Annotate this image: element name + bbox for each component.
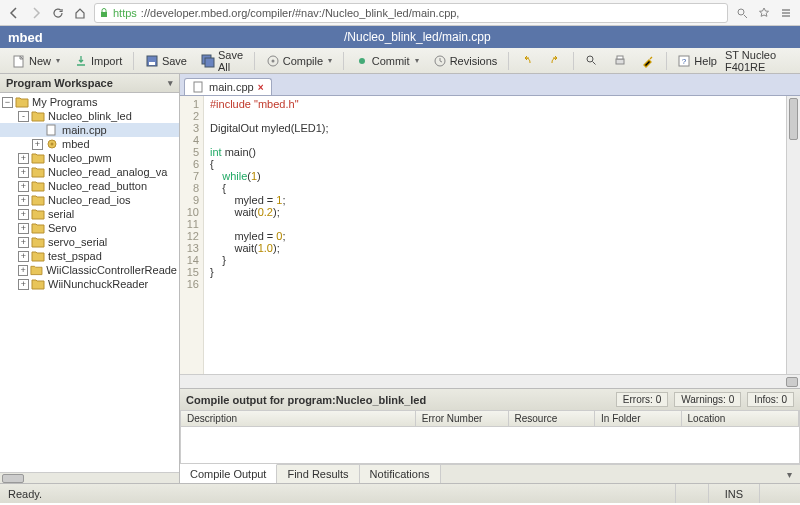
out-tab-1[interactable]: Find Results (277, 465, 359, 483)
editor-tabs: main.cpp × (180, 74, 800, 96)
tree-item-7[interactable]: +serial (0, 207, 179, 221)
status-ready: Ready. (8, 488, 42, 500)
star-icon[interactable] (756, 5, 772, 21)
tree-item-8[interactable]: +Servo (0, 221, 179, 235)
title-path: /Nucleo_blink_led/main.cpp (344, 30, 491, 44)
output-table: DescriptionError NumberResourceIn Folder… (180, 410, 800, 464)
editor-v-scrollbar[interactable] (786, 96, 800, 374)
panel-menu-icon[interactable]: ▾ (168, 78, 173, 88)
new-button[interactable]: New▾ (6, 52, 66, 70)
out-col-1[interactable]: Error Number (416, 411, 509, 426)
svg-point-1 (738, 9, 744, 15)
output-header: Compile output for program: Nucleo_blink… (180, 389, 800, 410)
code-content[interactable]: #include "mbed.h" DigitalOut myled(LED1)… (204, 96, 786, 374)
url-text: ://developer.mbed.org/compiler/#nav:/Nuc… (141, 7, 723, 19)
status-bar: Ready. INS (0, 483, 800, 503)
help-button[interactable]: ?Help (671, 52, 723, 70)
tree-item-12[interactable]: +WiiNunchuckReader (0, 277, 179, 291)
svg-rect-12 (616, 59, 624, 64)
lock-icon (99, 8, 109, 18)
infos-count[interactable]: Infos: 0 (747, 392, 794, 407)
close-icon[interactable]: × (258, 82, 264, 93)
tree-item-5[interactable]: +Nucleo_read_button (0, 179, 179, 193)
tools-button[interactable] (635, 52, 661, 70)
reload-button[interactable] (50, 5, 66, 21)
code-editor[interactable]: 12345678910111213141516 #include "mbed.h… (180, 96, 800, 374)
redo-button[interactable] (542, 52, 568, 70)
svg-point-9 (359, 58, 365, 64)
svg-text:?: ? (682, 57, 687, 66)
workspace-tree[interactable]: −My Programs-Nucleo_blink_ledmain.cpp+mb… (0, 93, 179, 472)
out-col-4[interactable]: Location (682, 411, 799, 426)
out-col-2[interactable]: Resource (509, 411, 596, 426)
tree-h-scrollbar[interactable] (0, 472, 179, 483)
save-all-button[interactable]: Save All (195, 47, 249, 75)
svg-rect-16 (47, 125, 55, 135)
import-button[interactable]: Import (68, 52, 128, 70)
tab-label: main.cpp (209, 81, 254, 93)
find-button[interactable] (579, 52, 605, 70)
home-button[interactable] (72, 5, 88, 21)
out-col-3[interactable]: In Folder (595, 411, 682, 426)
editor-h-scrollbar[interactable] (180, 374, 800, 388)
compile-button[interactable]: Compile▾ (260, 52, 338, 70)
main-toolbar: New▾ Import Save Save All Compile▾ Commi… (0, 48, 800, 74)
output-collapse-icon[interactable]: ▾ (779, 469, 800, 480)
tree-item-6[interactable]: +Nucleo_read_ios (0, 193, 179, 207)
tree-item-3[interactable]: +Nucleo_pwm (0, 151, 179, 165)
commit-button[interactable]: Commit▾ (349, 52, 425, 70)
print-button[interactable] (607, 52, 633, 70)
svg-point-8 (271, 59, 274, 62)
status-cell-3 (759, 484, 792, 503)
back-button[interactable] (6, 5, 22, 21)
undo-button[interactable] (514, 52, 540, 70)
program-workspace-panel: Program Workspace ▾ −My Programs-Nucleo_… (0, 74, 180, 483)
svg-rect-0 (101, 12, 107, 17)
tree-item-11[interactable]: +WiiClassicControllerReade (0, 263, 179, 277)
warnings-count[interactable]: Warnings: 0 (674, 392, 741, 407)
svg-point-18 (51, 143, 54, 146)
url-protocol: https (113, 7, 137, 19)
tab-main-cpp[interactable]: main.cpp × (184, 78, 272, 95)
tree-item-4[interactable]: +Nucleo_read_analog_va (0, 165, 179, 179)
svg-rect-19 (194, 82, 202, 92)
line-gutter: 12345678910111213141516 (180, 96, 204, 374)
out-tab-2[interactable]: Notifications (360, 465, 441, 483)
output-tabs: Compile OutputFind ResultsNotifications▾ (180, 464, 800, 483)
app-title-bar: mbed /Nucleo_blink_led/main.cpp (0, 26, 800, 48)
forward-button[interactable] (28, 5, 44, 21)
output-panel: Compile output for program: Nucleo_blink… (180, 388, 800, 483)
tree-item-10[interactable]: +test_pspad (0, 249, 179, 263)
address-bar[interactable]: https://developer.mbed.org/compiler/#nav… (94, 3, 728, 23)
editor-area: main.cpp × 12345678910111213141516 #incl… (180, 74, 800, 483)
menu-icon[interactable] (778, 5, 794, 21)
out-tab-0[interactable]: Compile Output (180, 464, 277, 483)
svg-point-11 (587, 56, 593, 62)
tree-item-0[interactable]: -Nucleo_blink_led (0, 109, 179, 123)
status-cell-1 (675, 484, 708, 503)
out-col-0[interactable]: Description (181, 411, 416, 426)
errors-count[interactable]: Errors: 0 (616, 392, 668, 407)
tree-root[interactable]: −My Programs (0, 95, 179, 109)
svg-rect-6 (205, 58, 214, 67)
tree-item-1[interactable]: main.cpp (0, 123, 179, 137)
save-button[interactable]: Save (139, 52, 193, 70)
revisions-button[interactable]: Revisions (427, 52, 504, 70)
tree-item-9[interactable]: +servo_serial (0, 235, 179, 249)
svg-rect-4 (149, 62, 155, 65)
svg-rect-13 (617, 56, 623, 59)
file-icon (193, 81, 205, 93)
browser-chrome: https://developer.mbed.org/compiler/#nav… (0, 0, 800, 26)
tree-item-2[interactable]: +mbed (0, 137, 179, 151)
device-selector[interactable]: ST Nucleo F401RE (725, 49, 794, 73)
app-name: mbed (8, 30, 43, 45)
workspace-header: Program Workspace ▾ (0, 74, 179, 93)
search-icon[interactable] (734, 5, 750, 21)
status-mode: INS (708, 484, 759, 503)
